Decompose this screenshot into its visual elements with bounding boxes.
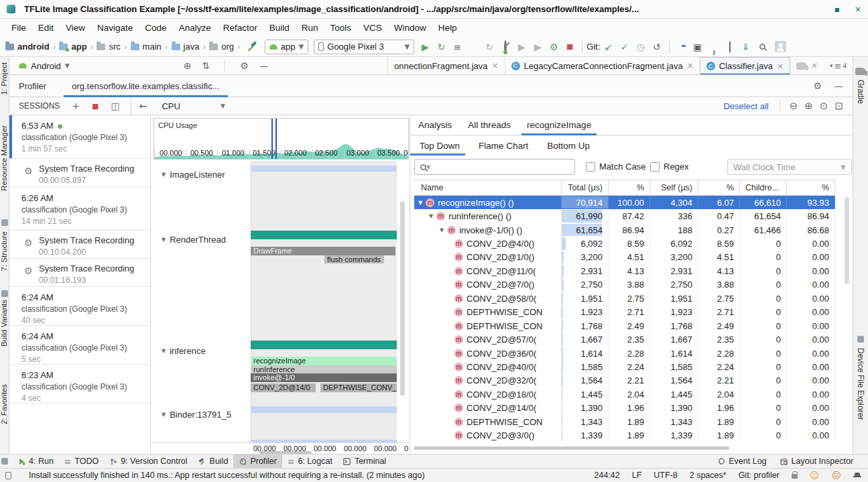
collapse-arrow-icon[interactable]: ▼ — [162, 412, 166, 418]
zoom-out-icon[interactable]: ⊖ — [790, 100, 798, 112]
file-encoding[interactable]: UTF-8 — [654, 471, 677, 480]
layout-inspector-button[interactable]: Layout Inspector — [775, 455, 859, 469]
toolwindow-todo[interactable]: ≡ TODO — [59, 455, 104, 469]
table-row[interactable]: ▼mrecognizeImage() () 70,914 100.00 4,30… — [414, 196, 835, 209]
status-message[interactable]: Install successfully finished in 140 ms.… — [29, 471, 425, 480]
thread-renderthread[interactable]: ▼ RenderThread — [162, 235, 226, 245]
table-row[interactable]: ▼minvoke@-1/0() () 61,654 86.94 188 0.27… — [414, 223, 835, 237]
resource-manager-icon[interactable] — [1, 219, 8, 226]
run-anything-button[interactable]: ▣ — [690, 42, 706, 52]
caret-position[interactable]: 244:42 — [594, 471, 619, 480]
line-separator[interactable]: LF — [632, 471, 642, 480]
expand-icon[interactable]: ▼ — [429, 213, 433, 219]
minimize-toolwindow-icon[interactable]: — — [834, 80, 843, 91]
menu-navigate[interactable]: Navigate — [91, 23, 139, 33]
recording-item[interactable]: ⚙ System Trace Recording 00:00:05.897 — [9, 159, 151, 188]
trace-event-conv2d[interactable]: CONV_2D@14/0 — [251, 383, 316, 392]
toolwindow-structure[interactable]: 7: Structure — [0, 231, 9, 271]
trace-event-recognizeimage[interactable]: recognizeImage — [251, 357, 397, 365]
toolwindow-switcher-icon[interactable] — [1, 458, 8, 465]
col-total[interactable]: Total (µs) — [562, 180, 609, 195]
collapse-arrow-icon[interactable]: ▼ — [162, 172, 166, 178]
device-manager-button[interactable] — [722, 42, 738, 52]
inspector-hat-icon[interactable] — [853, 473, 861, 479]
event-log-button[interactable]: Event Log — [712, 455, 771, 469]
stage-selector[interactable]: CPU — [162, 101, 180, 111]
col-self[interactable]: Self (µs) — [650, 180, 698, 195]
profiler-session-tab[interactable]: org.tensorflow.lite.examples.classific..… — [64, 75, 227, 97]
menu-vcs[interactable]: VCS — [357, 23, 388, 33]
close-icon[interactable]: × — [811, 61, 818, 70]
table-row[interactable]: mCONV_2D@4/0() 6,092 8.59 6,092 8.59 0 0… — [414, 237, 835, 250]
close-icon[interactable]: × — [492, 61, 499, 70]
build-variants-icon[interactable] — [1, 290, 8, 297]
lock-icon[interactable] — [792, 474, 798, 479]
zoom-to-selection-icon[interactable]: ⊡ — [834, 100, 843, 112]
toolwindow-build[interactable]: Build — [193, 455, 234, 469]
recording-item[interactable]: ⚙ System Trace Recording 00:10:04.200 — [9, 231, 151, 259]
run-button[interactable]: ▶ — [417, 42, 433, 52]
search-input[interactable] — [434, 160, 574, 174]
collapse-sessions-button[interactable]: ◫ — [111, 101, 120, 111]
breadcrumb-java[interactable]: java — [184, 42, 200, 52]
toolwindow-resource-manager[interactable]: Resource Manager — [0, 125, 9, 191]
menu-run[interactable]: Run — [296, 23, 324, 33]
toolwindow-project[interactable]: 1: Project — [0, 62, 9, 95]
collapse-arrow-icon[interactable]: ▼ — [162, 348, 166, 354]
happy-face-icon[interactable]: ☺ — [810, 470, 820, 481]
table-row[interactable]: mCONV_2D@3/0() 1,339 1.89 1,339 1.89 0 0… — [414, 428, 835, 441]
trace-event-drawframe[interactable]: DrawFrame — [251, 247, 395, 255]
menu-tools[interactable]: Tools — [324, 23, 358, 33]
git-update-button[interactable]: ↙ — [601, 42, 617, 52]
table-row[interactable]: mCONV_2D@14/0( 1,390 1.96 1,390 1.96 0 0… — [414, 402, 835, 415]
table-row[interactable]: mDEPTHWISE_CON 1,343 1.89 1,343 1.89 0 0… — [414, 415, 835, 428]
table-horizontal-scrollbar[interactable] — [414, 446, 729, 450]
attach-profiler-button[interactable]: ▶ — [530, 42, 546, 52]
table-row[interactable]: mCONV_2D@1/0() 3,200 4.51 3,200 4.51 0 0… — [414, 251, 835, 264]
table-row[interactable]: mCONV_2D@32/0( 1,564 2.21 1,564 2.21 0 0… — [414, 374, 835, 387]
sad-face-icon[interactable]: ☹ — [831, 470, 841, 481]
threads-vertical-scrollbar[interactable] — [400, 201, 405, 396]
session-item[interactable]: 6:24 AM classification (Google Pixel 3) … — [9, 326, 151, 365]
close-icon[interactable]: × — [777, 62, 784, 71]
menu-edit[interactable]: Edit — [32, 23, 60, 33]
expand-icon[interactable]: ▼ — [440, 227, 444, 233]
stop-session-button[interactable]: ■ — [92, 102, 99, 111]
gradle-elephant-icon[interactable] — [855, 68, 866, 75]
col-self-pct[interactable]: % — [698, 180, 740, 195]
tab-analysis[interactable]: Analysis — [410, 115, 460, 135]
breadcrumb-src[interactable]: src — [109, 42, 120, 52]
session-item[interactable]: 6:23 AM classification (Google Pixel 3) … — [9, 365, 151, 404]
collapse-all-icon[interactable]: ⇅ — [202, 60, 210, 71]
git-revert-button[interactable]: ↺ — [649, 42, 665, 52]
toolwindow-favorites[interactable]: 2: Favorites — [0, 384, 9, 424]
sync-gradle-button[interactable]: ⚙ — [546, 42, 562, 52]
trace-event-depthwise[interactable]: DEPTHWISE_CONV_... — [320, 383, 397, 392]
thread-state-bar[interactable] — [251, 341, 397, 349]
thread-state-bar[interactable] — [251, 166, 397, 172]
table-row[interactable]: mCONV_2D@36/0( 1,614 2.28 1,614 2.28 0 0… — [414, 347, 835, 360]
hidden-tabs-dropdown[interactable]: ▾ ≡ 4 — [824, 57, 853, 75]
clock-type-select[interactable]: Wall Clock Time ▼ — [727, 159, 852, 175]
toolwindow-version-control[interactable]: 9: Version Control — [104, 455, 192, 469]
table-row[interactable]: mDEPTHWISE_CON 1,768 2.49 1,768 2.49 0 0… — [414, 319, 835, 333]
session-item[interactable]: 6:53 AM● classification (Google Pixel 3)… — [9, 115, 151, 159]
zoom-in-icon[interactable]: ⊕ — [804, 100, 813, 112]
indent-setting[interactable]: 2 spaces* — [690, 471, 727, 480]
tab-all-threads[interactable]: All threads — [460, 115, 519, 135]
add-session-button[interactable]: + — [72, 101, 80, 111]
git-branch[interactable]: Git: profiler — [739, 471, 780, 480]
menu-help[interactable]: Help — [432, 23, 463, 33]
search-everywhere-icon[interactable] — [759, 44, 765, 50]
thread-state-bar[interactable] — [251, 406, 397, 413]
tab-legacy-camera-connection-fragment[interactable]: C LegacyCameraConnectionFragment.java × — [505, 57, 700, 75]
subtab-flame-chart[interactable]: Flame Chart — [469, 135, 538, 156]
git-history-button[interactable]: ◷ — [633, 42, 649, 52]
col-children-pct[interactable]: % — [787, 180, 835, 195]
tab-recognizeimage[interactable]: recognizeImage — [519, 115, 599, 135]
collapse-arrow-icon[interactable]: ▼ — [162, 237, 166, 243]
toolwindow-build-variants[interactable]: Build Variants — [0, 300, 9, 347]
settings-gear-icon[interactable]: ⚙ — [813, 80, 822, 91]
attach-debugger-button[interactable]: ▶ — [513, 42, 530, 52]
menu-analyze[interactable]: Analyze — [173, 23, 217, 33]
